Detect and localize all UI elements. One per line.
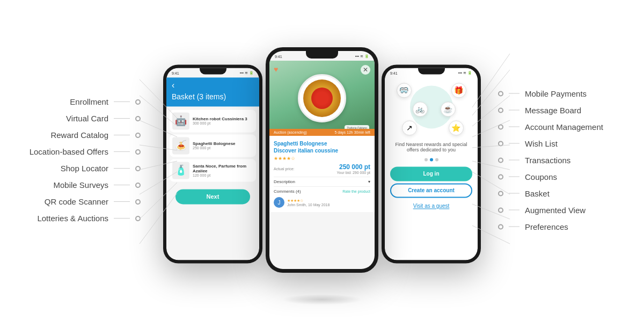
review-stars: ★★★★☆ — [287, 199, 330, 203]
left-menu-dot-enrollment — [135, 99, 141, 105]
right-menu-item-transactions[interactable]: Transactions — [494, 154, 644, 167]
item-img-1: 🤖 — [172, 112, 189, 129]
right-menu-item-basket[interactable]: Basket — [494, 187, 644, 200]
left-menu-item-enrollment[interactable]: Enrollment — [0, 95, 145, 108]
sauce — [311, 88, 333, 109]
left-menu-dot-lotteries — [135, 216, 141, 221]
left-menu-item-lotteries[interactable]: Lotteries & Auctions — [0, 212, 145, 225]
right-notch — [418, 68, 445, 74]
price-row: Actual price: 250 000 pt Your bid: 290 0… — [274, 163, 370, 174]
basket-item[interactable]: 🧴 Santa Noce, Parfume from Azaliee 120 0… — [170, 159, 256, 181]
left-menu-dot-shop-locator — [135, 166, 141, 171]
right-menu-label-augmented-view: Augmented View — [525, 206, 586, 215]
phone-center: 9:41 ▪▪▪ ≋ 🔋 Trattoria Fabiano — [266, 47, 378, 273]
rate-link[interactable]: Rate the product — [342, 190, 370, 193]
left-menu-line-reward-catalog — [114, 135, 130, 135]
left-menu-line-location-offers — [114, 151, 130, 152]
item-name-3: Santa Noce, Parfume from Azaliee — [193, 164, 253, 173]
item-name-2: Spaghetti Bolognese — [193, 141, 253, 146]
reward-icons: 🥽 🎁 🚲 ☕ ↗ ⭐ — [391, 80, 472, 139]
visit-guest-button[interactable]: Visit as a guest — [390, 200, 472, 212]
reward-icon-gift: 🎁 — [451, 83, 466, 98]
close-icon[interactable]: ✕ — [361, 65, 370, 75]
shadow — [282, 294, 362, 305]
left-menu-item-virtual-card[interactable]: Virtual Card — [0, 112, 145, 125]
left-menu-dot-mobile-surveys — [135, 183, 141, 188]
item-info-3: Santa Noce, Parfume from Azaliee 120 000… — [193, 164, 253, 177]
left-menu-item-reward-catalog[interactable]: Reward Catalog — [0, 128, 145, 142]
center-notch — [306, 51, 338, 59]
basket-item[interactable]: 🤖 Kitchen robot Cussiniera 3 300 000 pt — [170, 110, 256, 132]
right-menu-item-augmented-view[interactable]: Augmented View — [494, 203, 644, 217]
right-menu-item-wish-list[interactable]: Wish List — [494, 137, 644, 150]
heart-icon[interactable]: ♥ — [274, 65, 278, 74]
left-menu-dot-virtual-card — [135, 116, 141, 121]
right-menu-item-mobile-payments[interactable]: Mobile Payments — [494, 87, 644, 100]
right-menu-line-wish-list — [509, 143, 519, 144]
item-info-1: Kitchen robot Cussiniera 3 300 000 pt — [193, 117, 253, 125]
chevron-down-icon: ▾ — [368, 179, 370, 184]
left-menu-dot-qr-scanner — [135, 199, 141, 205]
left-menu-label-qr-scanner: QR code Scanner — [45, 197, 108, 206]
rewards-illustration: 🥽 🎁 🚲 ☕ ↗ ⭐ — [385, 77, 478, 142]
next-button[interactable]: Next — [175, 189, 250, 204]
reward-icon-bike: 🚲 — [413, 101, 428, 117]
auction-badge: Auction (ascending) 5 days 12h 30min lef… — [269, 129, 375, 136]
left-notch — [200, 68, 226, 74]
right-menu-label-message-board: Message Board — [525, 106, 581, 115]
your-bid: Your bid: 290 000 pt — [337, 171, 370, 174]
time-left: 5 days 12h 30min left — [334, 130, 370, 134]
right-menu-line-coupons — [509, 177, 519, 177]
phones-container: 9:41 ▪▪▪ ≋ 🔋 ‹ Basket (3 items) 🤖 Kitche — [145, 10, 499, 310]
scene: Enrollment Virtual Card Reward Catalog L… — [0, 0, 644, 320]
left-menu-line-mobile-surveys — [114, 185, 130, 185]
right-menu-line-transactions — [509, 160, 519, 161]
left-menu-label-reward-catalog: Reward Catalog — [50, 130, 108, 140]
item-name-1: Kitchen robot Cussiniera 3 — [193, 117, 253, 121]
left-menu-label-lotteries: Lotteries & Auctions — [37, 214, 108, 223]
dot-1[interactable] — [425, 158, 428, 161]
back-arrow[interactable]: ‹ — [172, 81, 254, 90]
create-account-button[interactable]: Create an account — [390, 183, 472, 198]
product-body: Spaghetti Bolognese Discover italian cou… — [269, 136, 375, 212]
right-menu-line-preferences — [509, 227, 519, 227]
auction-label: Auction (ascending) — [274, 130, 307, 134]
right-menu-label-coupons: Coupons — [525, 172, 557, 181]
right-menu-label-transactions: Transactions — [525, 156, 570, 165]
left-menu-dot-location-offers — [135, 149, 141, 155]
product-stars: ★★★★☆ — [274, 156, 370, 161]
left-menu-line-qr-scanner — [114, 201, 130, 202]
description-row[interactable]: Description ▾ — [274, 177, 370, 186]
dot-2[interactable] — [430, 158, 433, 161]
dot-3[interactable] — [435, 158, 438, 161]
reviewer-avatar: J — [274, 197, 284, 208]
phone-left: 9:41 ▪▪▪ ≋ 🔋 ‹ Basket (3 items) 🤖 Kitche — [163, 64, 262, 263]
product-price: 250 000 pt — [337, 163, 370, 171]
reward-icon-cup: ☕ — [441, 101, 456, 117]
right-menu-label-preferences: Preferences — [525, 222, 568, 231]
right-menu-label-account-management: Account Management — [525, 122, 603, 132]
basket-items-list: 🤖 Kitchen robot Cussiniera 3 300 000 pt … — [166, 106, 259, 185]
right-menu-item-coupons[interactable]: Coupons — [494, 170, 644, 184]
item-pts-1: 300 000 pt — [193, 121, 253, 125]
reward-icon-glasses: 🥽 — [397, 83, 412, 98]
right-menu-item-message-board[interactable]: Message Board — [494, 104, 644, 117]
product-bg: Trattoria Fabiano — [269, 61, 375, 136]
basket-item[interactable]: 🍝 Spaghetti Bolognese 250 000 pt — [170, 134, 256, 157]
right-menu-item-preferences[interactable]: Preferences — [494, 220, 644, 234]
left-menu-label-enrollment: Enrollment — [70, 97, 108, 106]
product-hero-image: Trattoria Fabiano ♥ ✕ Auction (ascending… — [269, 61, 375, 136]
right-menu-label-mobile-payments: Mobile Payments — [525, 89, 587, 98]
basket-header: ‹ Basket (3 items) — [166, 77, 259, 106]
left-menu-item-location-offers[interactable]: Location-based Offers — [0, 145, 145, 158]
left-menu-item-mobile-surveys[interactable]: Mobile Surveys — [0, 178, 145, 192]
comments-row[interactable]: Comments (4) Rate the product — [274, 186, 370, 196]
right-signal: ▪▪▪ ≋ 🔋 — [458, 71, 472, 75]
right-menu-item-account-management[interactable]: Account Management — [494, 120, 644, 134]
basket-title: Basket (3 items) — [172, 92, 254, 101]
left-menu-item-shop-locator[interactable]: Shop Locator — [0, 162, 145, 175]
right-menu-label-basket: Basket — [525, 189, 550, 198]
left-menu-item-qr-scanner[interactable]: QR code Scanner — [0, 195, 145, 208]
phone-right: 9:41 ▪▪▪ ≋ 🔋 🥽 🎁 🚲 ☕ ↗ ⭐ F — [382, 64, 481, 263]
login-button[interactable]: Log in — [390, 166, 472, 181]
